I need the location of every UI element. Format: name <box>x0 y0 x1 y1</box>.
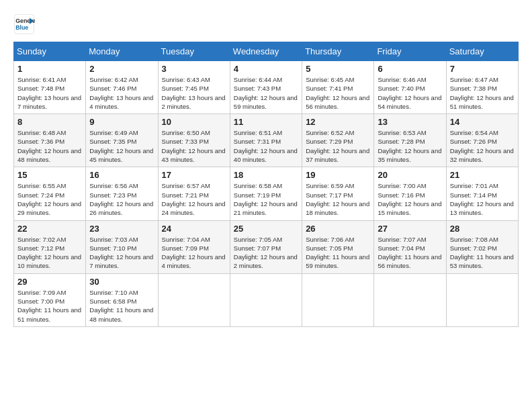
day-detail: Sunrise: 6:55 AM Sunset: 7:24 PM Dayligh… <box>17 181 82 217</box>
day-detail: Sunrise: 6:47 AM Sunset: 7:38 PM Dayligh… <box>450 75 515 111</box>
calendar-cell: 9Sunrise: 6:49 AM Sunset: 7:35 PM Daylig… <box>86 114 158 167</box>
calendar-cell: 4Sunrise: 6:44 AM Sunset: 7:43 PM Daylig… <box>230 61 302 114</box>
day-number: 4 <box>234 64 298 74</box>
header-cell-sunday: Sunday <box>14 42 86 61</box>
day-number: 17 <box>162 170 226 180</box>
day-number: 8 <box>17 117 82 127</box>
day-detail: Sunrise: 7:03 AM Sunset: 7:10 PM Dayligh… <box>89 235 154 271</box>
calendar-week-5: 29Sunrise: 7:09 AM Sunset: 7:00 PM Dayli… <box>14 273 519 326</box>
calendar-cell: 19Sunrise: 6:59 AM Sunset: 7:17 PM Dayli… <box>302 167 374 220</box>
header-cell-saturday: Saturday <box>446 42 518 61</box>
calendar-week-4: 22Sunrise: 7:02 AM Sunset: 7:12 PM Dayli… <box>14 220 519 273</box>
page-header: General Blue <box>13 13 519 35</box>
calendar-cell: 6Sunrise: 6:46 AM Sunset: 7:40 PM Daylig… <box>374 61 446 114</box>
calendar-cell: 10Sunrise: 6:50 AM Sunset: 7:33 PM Dayli… <box>158 114 230 167</box>
day-number: 21 <box>450 170 515 180</box>
calendar-cell: 22Sunrise: 7:02 AM Sunset: 7:12 PM Dayli… <box>14 220 86 273</box>
svg-text:Blue: Blue <box>15 24 28 31</box>
calendar-cell: 17Sunrise: 6:57 AM Sunset: 7:21 PM Dayli… <box>158 167 230 220</box>
calendar-cell: 27Sunrise: 7:07 AM Sunset: 7:04 PM Dayli… <box>374 220 446 273</box>
day-detail: Sunrise: 7:01 AM Sunset: 7:14 PM Dayligh… <box>450 181 515 217</box>
calendar-week-3: 15Sunrise: 6:55 AM Sunset: 7:24 PM Dayli… <box>14 167 519 220</box>
calendar-cell <box>446 273 518 326</box>
day-detail: Sunrise: 6:44 AM Sunset: 7:43 PM Dayligh… <box>234 75 298 111</box>
day-number: 26 <box>306 224 370 234</box>
day-detail: Sunrise: 6:58 AM Sunset: 7:19 PM Dayligh… <box>234 181 298 217</box>
calendar-cell: 13Sunrise: 6:53 AM Sunset: 7:28 PM Dayli… <box>374 114 446 167</box>
day-number: 10 <box>162 117 226 127</box>
day-detail: Sunrise: 6:42 AM Sunset: 7:46 PM Dayligh… <box>89 75 154 111</box>
calendar-cell: 5Sunrise: 6:45 AM Sunset: 7:41 PM Daylig… <box>302 61 374 114</box>
calendar-cell <box>230 273 302 326</box>
day-number: 29 <box>17 277 82 287</box>
day-detail: Sunrise: 6:56 AM Sunset: 7:23 PM Dayligh… <box>89 181 154 217</box>
calendar-table: SundayMondayTuesdayWednesdayThursdayFrid… <box>13 42 519 327</box>
day-detail: Sunrise: 6:52 AM Sunset: 7:29 PM Dayligh… <box>306 128 370 164</box>
calendar-cell <box>374 273 446 326</box>
day-detail: Sunrise: 7:08 AM Sunset: 7:02 PM Dayligh… <box>450 235 515 271</box>
day-detail: Sunrise: 7:05 AM Sunset: 7:07 PM Dayligh… <box>234 235 298 271</box>
day-number: 1 <box>17 64 82 74</box>
calendar-cell: 25Sunrise: 7:05 AM Sunset: 7:07 PM Dayli… <box>230 220 302 273</box>
header-cell-monday: Monday <box>86 42 158 61</box>
calendar-cell: 7Sunrise: 6:47 AM Sunset: 7:38 PM Daylig… <box>446 61 518 114</box>
calendar-cell: 18Sunrise: 6:58 AM Sunset: 7:19 PM Dayli… <box>230 167 302 220</box>
day-detail: Sunrise: 6:46 AM Sunset: 7:40 PM Dayligh… <box>378 75 442 111</box>
calendar-cell: 14Sunrise: 6:54 AM Sunset: 7:26 PM Dayli… <box>446 114 518 167</box>
day-number: 27 <box>378 224 442 234</box>
calendar-cell: 3Sunrise: 6:43 AM Sunset: 7:45 PM Daylig… <box>158 61 230 114</box>
day-detail: Sunrise: 6:51 AM Sunset: 7:31 PM Dayligh… <box>234 128 298 164</box>
day-detail: Sunrise: 6:53 AM Sunset: 7:28 PM Dayligh… <box>378 128 442 164</box>
calendar-cell: 20Sunrise: 7:00 AM Sunset: 7:16 PM Dayli… <box>374 167 446 220</box>
calendar-cell: 21Sunrise: 7:01 AM Sunset: 7:14 PM Dayli… <box>446 167 518 220</box>
day-number: 25 <box>234 224 298 234</box>
day-detail: Sunrise: 6:45 AM Sunset: 7:41 PM Dayligh… <box>306 75 370 111</box>
logo: General Blue <box>13 13 38 35</box>
day-number: 15 <box>17 170 82 180</box>
day-detail: Sunrise: 6:54 AM Sunset: 7:26 PM Dayligh… <box>450 128 515 164</box>
day-number: 7 <box>450 64 515 74</box>
day-number: 3 <box>162 64 226 74</box>
calendar-cell: 8Sunrise: 6:48 AM Sunset: 7:36 PM Daylig… <box>14 114 86 167</box>
calendar-body: 1Sunrise: 6:41 AM Sunset: 7:48 PM Daylig… <box>14 61 519 327</box>
day-number: 13 <box>378 117 442 127</box>
day-detail: Sunrise: 6:43 AM Sunset: 7:45 PM Dayligh… <box>162 75 226 111</box>
day-detail: Sunrise: 7:06 AM Sunset: 7:05 PM Dayligh… <box>306 235 370 271</box>
day-detail: Sunrise: 6:57 AM Sunset: 7:21 PM Dayligh… <box>162 181 226 217</box>
calendar-cell: 29Sunrise: 7:09 AM Sunset: 7:00 PM Dayli… <box>14 273 86 326</box>
day-number: 20 <box>378 170 442 180</box>
day-detail: Sunrise: 7:07 AM Sunset: 7:04 PM Dayligh… <box>378 235 442 271</box>
day-detail: Sunrise: 6:48 AM Sunset: 7:36 PM Dayligh… <box>17 128 82 164</box>
day-number: 5 <box>306 64 370 74</box>
day-number: 30 <box>89 277 154 287</box>
day-detail: Sunrise: 7:04 AM Sunset: 7:09 PM Dayligh… <box>162 235 226 271</box>
day-number: 9 <box>89 117 154 127</box>
day-number: 28 <box>450 224 515 234</box>
day-number: 14 <box>450 117 515 127</box>
calendar-cell: 23Sunrise: 7:03 AM Sunset: 7:10 PM Dayli… <box>86 220 158 273</box>
day-detail: Sunrise: 7:02 AM Sunset: 7:12 PM Dayligh… <box>17 235 82 271</box>
header-row: SundayMondayTuesdayWednesdayThursdayFrid… <box>14 42 519 61</box>
header-cell-thursday: Thursday <box>302 42 374 61</box>
logo-icon: General Blue <box>13 13 35 35</box>
day-number: 23 <box>89 224 154 234</box>
header-cell-wednesday: Wednesday <box>230 42 302 61</box>
calendar-cell: 1Sunrise: 6:41 AM Sunset: 7:48 PM Daylig… <box>14 61 86 114</box>
calendar-cell: 28Sunrise: 7:08 AM Sunset: 7:02 PM Dayli… <box>446 220 518 273</box>
day-number: 12 <box>306 117 370 127</box>
calendar-cell: 30Sunrise: 7:10 AM Sunset: 6:58 PM Dayli… <box>86 273 158 326</box>
calendar-header: SundayMondayTuesdayWednesdayThursdayFrid… <box>14 42 519 61</box>
day-number: 16 <box>89 170 154 180</box>
calendar-cell: 12Sunrise: 6:52 AM Sunset: 7:29 PM Dayli… <box>302 114 374 167</box>
day-detail: Sunrise: 6:59 AM Sunset: 7:17 PM Dayligh… <box>306 181 370 217</box>
calendar-cell <box>158 273 230 326</box>
calendar-week-2: 8Sunrise: 6:48 AM Sunset: 7:36 PM Daylig… <box>14 114 519 167</box>
day-detail: Sunrise: 6:50 AM Sunset: 7:33 PM Dayligh… <box>162 128 226 164</box>
day-number: 6 <box>378 64 442 74</box>
calendar-cell: 16Sunrise: 6:56 AM Sunset: 7:23 PM Dayli… <box>86 167 158 220</box>
day-detail: Sunrise: 7:09 AM Sunset: 7:00 PM Dayligh… <box>17 288 82 324</box>
day-detail: Sunrise: 6:41 AM Sunset: 7:48 PM Dayligh… <box>17 75 82 111</box>
day-number: 18 <box>234 170 298 180</box>
day-detail: Sunrise: 7:00 AM Sunset: 7:16 PM Dayligh… <box>378 181 442 217</box>
calendar-cell: 11Sunrise: 6:51 AM Sunset: 7:31 PM Dayli… <box>230 114 302 167</box>
